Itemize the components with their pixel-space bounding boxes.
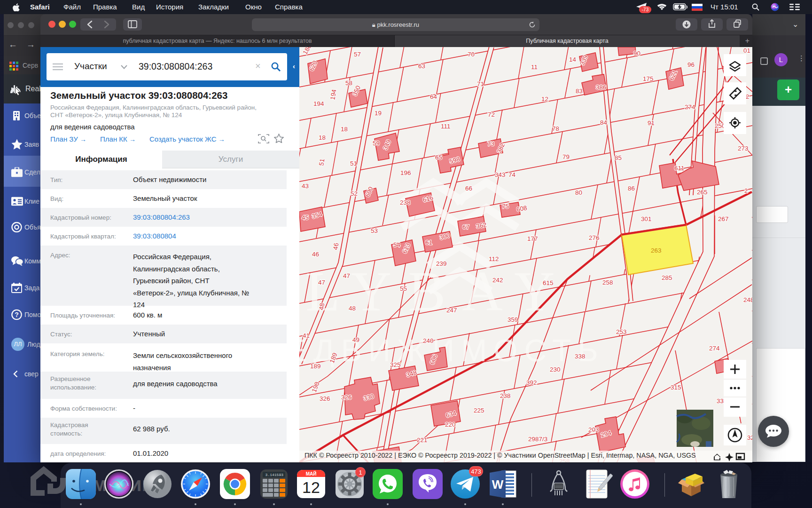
- svg-text:51: 51: [350, 160, 357, 167]
- svg-text:315: 315: [671, 384, 681, 391]
- svg-text:47: 47: [318, 279, 325, 286]
- svg-text:52: 52: [351, 190, 358, 197]
- svg-text:90: 90: [633, 50, 640, 57]
- svg-text:359: 359: [508, 316, 518, 323]
- svg-text:263: 263: [651, 247, 662, 254]
- svg-text:53: 53: [371, 227, 378, 234]
- svg-text:326: 326: [320, 395, 330, 402]
- svg-text:273: 273: [738, 145, 749, 152]
- svg-text:3.141593: 3.141593: [265, 473, 284, 477]
- svg-text:78: 78: [552, 125, 559, 132]
- svg-text:W: W: [492, 477, 504, 492]
- svg-text:63: 63: [418, 63, 425, 70]
- svg-text:57: 57: [354, 51, 361, 58]
- svg-text:343: 343: [495, 171, 506, 178]
- svg-text:47: 47: [343, 272, 350, 279]
- svg-text:86: 86: [628, 185, 635, 192]
- svg-text:615: 615: [543, 279, 554, 286]
- svg-text:66: 66: [465, 185, 472, 192]
- svg-text:85: 85: [615, 154, 622, 161]
- svg-text:51: 51: [318, 158, 326, 166]
- svg-text:71: 71: [477, 80, 484, 87]
- svg-text:84: 84: [600, 119, 608, 126]
- svg-text:285: 285: [662, 274, 672, 281]
- svg-text:МАЙ: МАЙ: [306, 471, 317, 476]
- svg-text:18: 18: [341, 126, 348, 133]
- svg-text:48: 48: [318, 302, 326, 310]
- svg-text:189: 189: [310, 363, 321, 370]
- svg-text:80: 80: [575, 189, 582, 196]
- svg-text:274: 274: [685, 103, 695, 111]
- svg-text:329: 329: [747, 434, 752, 441]
- svg-text:14: 14: [569, 56, 577, 63]
- svg-text:49: 49: [352, 336, 359, 343]
- svg-text:55: 55: [400, 285, 407, 292]
- svg-text:58: 58: [345, 79, 352, 87]
- svg-text:225: 225: [474, 407, 484, 414]
- svg-text:79: 79: [562, 153, 570, 160]
- svg-text:338: 338: [575, 353, 586, 360]
- svg-text:2: 2: [744, 187, 748, 194]
- svg-text:59: 59: [373, 140, 380, 147]
- svg-text:267: 267: [718, 215, 729, 222]
- svg-text:230: 230: [550, 366, 561, 373]
- svg-text:111: 111: [441, 123, 451, 130]
- svg-text:72: 72: [488, 111, 495, 118]
- svg-text:326: 326: [341, 394, 352, 401]
- svg-text:19: 19: [375, 110, 382, 117]
- svg-text:238: 238: [500, 392, 511, 399]
- svg-text:258: 258: [602, 279, 613, 286]
- svg-text:ПКК © Росреестр 2010-2022 | ЕЭ: ПКК © Росреестр 2010-2022 | ЕЭКО © Росре…: [304, 452, 696, 459]
- svg-text:248: 248: [743, 296, 752, 303]
- svg-text:238: 238: [400, 199, 411, 206]
- svg-text:392: 392: [526, 379, 537, 386]
- svg-text:54: 54: [393, 241, 401, 248]
- svg-text:01: 01: [743, 47, 750, 54]
- svg-text:276: 276: [589, 234, 600, 241]
- svg-text:220: 220: [445, 421, 456, 428]
- svg-text:41: 41: [303, 332, 310, 339]
- svg-text:91: 91: [648, 119, 655, 127]
- svg-text:46: 46: [332, 242, 340, 250]
- svg-text:175: 175: [643, 75, 654, 82]
- svg-text:247: 247: [446, 307, 457, 314]
- svg-text:65: 65: [435, 154, 442, 161]
- svg-text:43: 43: [302, 183, 309, 190]
- svg-text:112: 112: [489, 255, 499, 262]
- svg-text:11: 11: [531, 64, 538, 71]
- svg-text:12: 12: [541, 95, 548, 103]
- svg-text:240: 240: [423, 337, 434, 344]
- svg-text:83: 83: [576, 87, 583, 95]
- svg-text:203: 203: [588, 426, 599, 433]
- svg-text:274: 274: [709, 345, 720, 352]
- svg-text:НЕДВИЖИМОСТЬ: НЕДВИЖИМОСТЬ: [299, 333, 605, 368]
- svg-text:73: 73: [487, 140, 494, 147]
- svg-text:?: ?: [15, 311, 19, 318]
- svg-text:61: 61: [425, 239, 432, 246]
- svg-text:74: 74: [508, 171, 516, 178]
- svg-text:96: 96: [687, 61, 695, 68]
- svg-text:46: 46: [312, 251, 319, 258]
- svg-text:64: 64: [430, 93, 437, 100]
- svg-text:386: 386: [596, 84, 607, 91]
- svg-text:12: 12: [302, 478, 320, 496]
- svg-text:221: 221: [417, 437, 428, 444]
- svg-text:253: 253: [616, 328, 627, 335]
- svg-text:45: 45: [302, 214, 309, 221]
- svg-text:18: 18: [319, 134, 326, 141]
- svg-text:ELYBAY: ELYBAY: [299, 260, 571, 323]
- svg-text:177: 177: [527, 235, 538, 242]
- svg-text:75: 75: [502, 203, 509, 210]
- svg-text:239: 239: [436, 260, 447, 267]
- svg-text:70: 70: [468, 51, 475, 58]
- svg-text:194: 194: [313, 100, 324, 107]
- svg-text:67: 67: [462, 223, 469, 230]
- svg-text:265: 265: [697, 189, 708, 196]
- svg-text:196: 196: [400, 169, 411, 176]
- svg-text:2987/3: 2987/3: [528, 436, 547, 443]
- svg-text:325: 325: [390, 361, 401, 368]
- svg-text:48: 48: [349, 305, 356, 312]
- svg-text:301: 301: [641, 215, 652, 222]
- svg-text:242: 242: [492, 277, 503, 284]
- svg-text:611: 611: [674, 165, 685, 172]
